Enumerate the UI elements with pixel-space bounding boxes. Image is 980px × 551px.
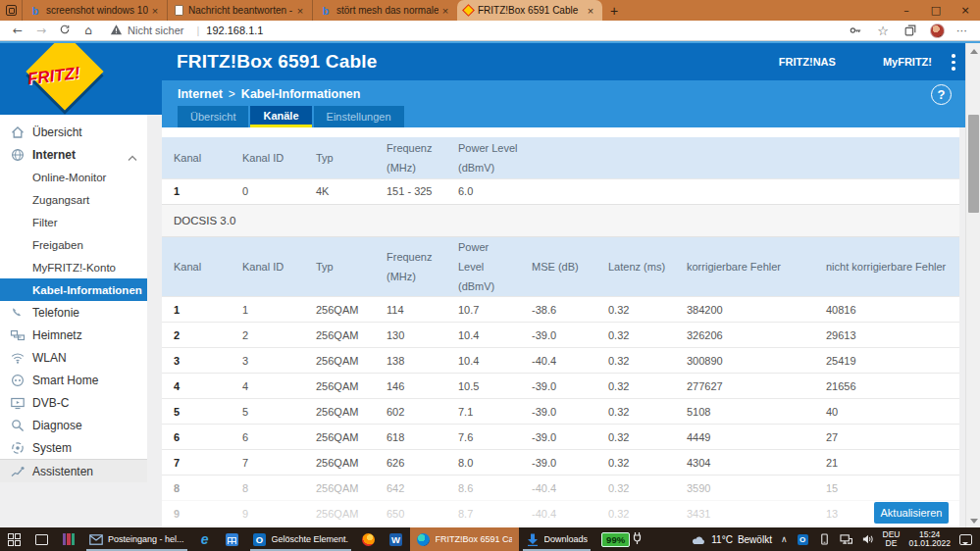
sidebar-item-kabel-informationen[interactable]: Kabel-Informationen (0, 278, 147, 301)
sidebar-item-zugangsart[interactable]: Zugangsart (0, 188, 147, 211)
tab-kanäle[interactable]: Kanäle (250, 106, 311, 127)
table-row: 33256QAM13810.4-40.40.3230089025419 (162, 348, 959, 374)
tray-outlook-icon[interactable]: O (797, 533, 809, 546)
tray-chevron-icon[interactable]: ∧ (781, 534, 788, 544)
cell: 4 (162, 374, 231, 399)
fritznas-link[interactable]: FRITZ!NAS (779, 56, 836, 68)
password-key-icon[interactable] (848, 23, 863, 38)
taskbar-start-button[interactable] (0, 527, 27, 551)
sidebar-item-wlan[interactable]: WLAN (0, 346, 147, 369)
cell: 0.32 (596, 450, 675, 476)
docsis31-table: KanalKanal IDTypFrequenz (MHz)Power Leve… (162, 137, 959, 204)
tab-title: Nachricht beantworten - Vodafo (188, 5, 293, 16)
myfritz-link[interactable]: MyFRITZ! (883, 56, 932, 68)
cell: 138 (375, 348, 446, 374)
browser-tab[interactable]: bscreenshot windows 10 - Bing× (22, 0, 167, 21)
cell: 130 (375, 323, 446, 348)
cell: 618 (375, 425, 446, 450)
browser-tab[interactable]: Nachricht beantworten - Vodafo× (167, 0, 312, 21)
scrollbar-up-arrow-icon[interactable] (970, 49, 978, 54)
sidebar-item-dvb-c[interactable]: DVB-C (0, 391, 147, 414)
maximize-button[interactable]: □ (921, 0, 951, 21)
cell: 300890 (675, 348, 814, 374)
tab-close-icon[interactable]: × (293, 5, 307, 17)
tab-close-icon[interactable]: × (584, 5, 597, 17)
section-tabs: ÜbersichtKanäleEinstellungen (178, 106, 404, 127)
tab-manager-button[interactable] (0, 0, 22, 21)
taskbar-taskview-button[interactable] (27, 527, 55, 551)
tab-einstellungen[interactable]: Einstellungen (314, 106, 404, 127)
tab-close-icon[interactable]: × (148, 5, 162, 17)
sidebar-item-assistenten[interactable]: Assistenten (0, 459, 147, 482)
bing-icon: b (29, 5, 41, 17)
breadcrumb: Internet>Kabel-Informationen (178, 87, 360, 101)
collections-icon[interactable] (903, 23, 918, 38)
close-button[interactable]: × (951, 0, 980, 21)
taskbar-outlook-app[interactable]: OGelöschte Element... (246, 527, 355, 551)
tab-übersicht[interactable]: Übersicht (178, 106, 248, 127)
cell: 0.32 (596, 374, 675, 399)
outlook-icon: O (253, 532, 267, 546)
header-menu-icon[interactable] (952, 54, 955, 74)
taskbar-battery-app[interactable]: 99% (594, 527, 648, 551)
forward-button[interactable]: → (29, 24, 53, 37)
weather-widget[interactable]: 11°C Bewölkt (692, 534, 772, 545)
taskbar-edge-app[interactable]: FRITZ!Box 6591 Cab... (410, 527, 519, 551)
sidebar-item-diagnose[interactable]: Diagnose (0, 414, 147, 436)
mail-icon (89, 532, 103, 546)
browser-menu-icon[interactable]: ⋯ (956, 25, 968, 37)
taskbar-items: Posteingang - hel...eOGelöschte Element.… (0, 527, 648, 551)
breadcrumb-section[interactable]: Internet (178, 87, 223, 101)
tab-close-icon[interactable]: × (438, 5, 452, 17)
taskbar-mail-app[interactable]: Posteingang - hel... (82, 527, 191, 551)
taskbar-calendar-button[interactable] (219, 527, 246, 551)
back-button[interactable]: ← (6, 24, 29, 37)
sidebar-item-filter[interactable]: Filter (0, 211, 147, 233)
address-bar[interactable]: Nicht sicher | 192.168.1.1 (110, 24, 848, 37)
sidebar-item-myfritz-konto[interactable]: MyFRITZ!-Konto (0, 256, 147, 278)
help-icon[interactable]: ? (931, 84, 952, 105)
content-top-pad (162, 127, 959, 137)
taskbar-downloads-app[interactable]: Downloads (519, 527, 595, 551)
sidebar-item-telefonie[interactable]: Telefonie (0, 301, 147, 324)
cell: 256QAM (304, 297, 375, 323)
cell: 626 (375, 450, 446, 476)
refresh-button[interactable] (53, 24, 77, 38)
tray-volume-icon[interactable] (861, 533, 874, 546)
column-header: korrigierbare Fehler (675, 237, 814, 297)
page-scrollbar[interactable] (965, 43, 980, 527)
sidebar-item-smart-home[interactable]: Smart Home (0, 369, 147, 391)
sidebar-item-internet[interactable]: Internet (0, 143, 147, 166)
minimize-button[interactable]: – (892, 0, 921, 21)
taskbar-word-button[interactable]: W (383, 527, 410, 551)
table-row: 66256QAM6187.6-39.00.32444927 (162, 425, 959, 450)
action-center-icon[interactable] (959, 534, 972, 545)
cell: 0.32 (596, 348, 675, 374)
taskbar-winrar-button[interactable] (55, 527, 82, 551)
scrollbar-down-arrow-icon[interactable] (970, 519, 978, 524)
sidebar-item-heimnetz[interactable]: Heimnetz (0, 324, 147, 346)
browser-tab[interactable]: bstört mesh das normalen wlan e× (312, 0, 457, 21)
aktualisieren-button[interactable]: Aktualisieren (874, 502, 949, 524)
tab-manager-icon (6, 5, 17, 16)
tray-network-icon[interactable] (840, 533, 852, 546)
sidebar-item-system[interactable]: System (0, 436, 147, 459)
favorites-star-icon[interactable]: ☆ (875, 23, 891, 38)
sidebar-item-online-monitor[interactable]: Online-Monitor (0, 166, 147, 188)
url-text[interactable]: 192.168.1.1 (206, 25, 263, 36)
new-tab-button[interactable]: + (602, 0, 626, 21)
home-button[interactable]: ⌂ (77, 24, 100, 37)
cell: 40816 (814, 297, 959, 323)
profile-avatar[interactable] (930, 24, 945, 38)
sidebar-item-übersicht[interactable]: Übersicht (0, 121, 147, 143)
table-row: 11256QAM11410.7-38.60.3238420040816 (162, 297, 959, 323)
taskbar-firefox-button[interactable] (355, 527, 383, 551)
taskbar-ie-button[interactable]: e (191, 527, 219, 551)
column-header: Kanal ID (231, 137, 304, 178)
language-indicator[interactable]: DEU DE (883, 530, 901, 549)
browser-tab[interactable]: FRITZ!Box 6591 Cable× (457, 0, 602, 21)
sidebar-item-freigaben[interactable]: Freigaben (0, 233, 147, 256)
clock[interactable]: 15:24 01.01.2022 (908, 530, 951, 549)
scrollbar-thumb[interactable] (968, 115, 979, 213)
tray-phone-icon[interactable] (818, 533, 831, 546)
